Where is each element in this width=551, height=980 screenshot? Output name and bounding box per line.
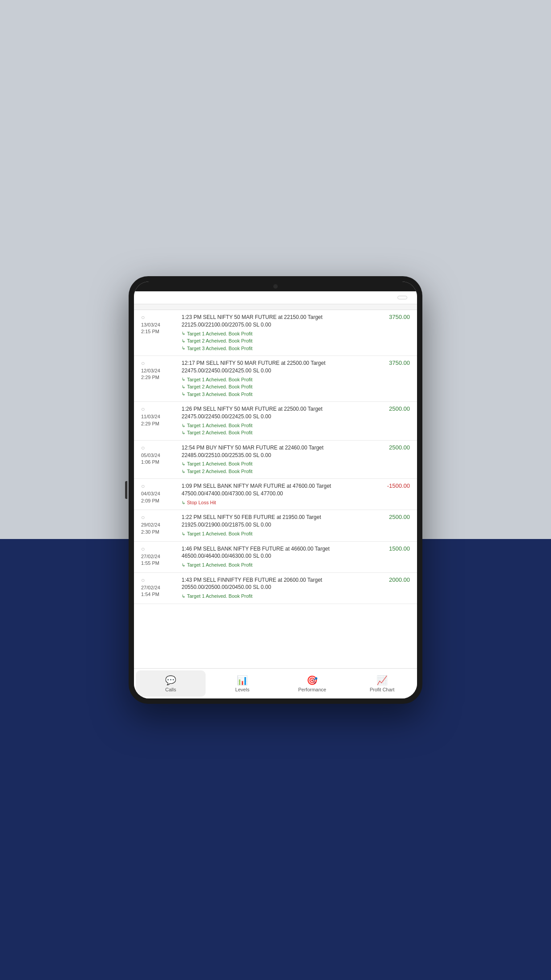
nav-item-calls[interactable]: 💬 Calls [136,670,206,697]
target-text: Target 2 Acheived. Book Profit [187,468,252,475]
target-text: Target 1 Acheived. Book Profit [187,376,252,384]
nav-item-performance[interactable]: 🎯 Performance [277,669,347,698]
target-achieved: ↳ Target 2 Acheived. Book Profit [182,337,372,345]
trade-main-text: 1:09 PM SELL BANK NIFTY MAR FUTURE at 47… [182,482,372,498]
trade-targets: ↳ Target 1 Acheived. Book Profit ↳ Targe… [182,330,372,352]
comment-icon[interactable]: ○ [141,576,145,584]
target-text: Target 2 Acheived. Book Profit [187,337,252,345]
target-achieved: ↳ Target 1 Acheived. Book Profit [182,330,372,338]
levels-icon: 📊 [237,675,248,686]
trade-targets: ↳ Stop Loss Hit [182,499,372,506]
table-row: ○ 13/03/242:15 PM 1:23 PM SELL NIFTY 50 … [134,310,417,356]
nav-item-profit-chart[interactable]: 📈 Profit Chart [347,669,417,698]
table-row: ○ 27/02/241:54 PM 1:43 PM SELL FINNIFTY … [134,573,417,604]
trade-details: 1:23 PM SELL NIFTY 50 MAR FUTURE at 2215… [179,314,374,352]
table-row: ○ 11/03/242:29 PM 1:26 PM SELL NIFTY 50 … [134,402,417,441]
performance-label: Performance [298,687,326,692]
target-text: Target 1 Acheived. Book Profit [187,561,252,569]
target-achieved: ↳ Target 3 Acheived. Book Profit [182,391,372,398]
target-text: Target 2 Acheived. Book Profit [187,383,252,391]
trade-details: 12:17 PM SELL NIFTY 50 MAR FUTURE at 225… [179,359,374,398]
table-row: ○ 05/03/241:06 PM 12:54 PM BUY NIFTY 50 … [134,441,417,479]
comment-icon[interactable]: ○ [141,405,145,412]
trade-targets: ↳ Target 1 Acheived. Book Profit [182,530,372,538]
trade-details: 1:46 PM SELL BANK NIFTY FEB FUTURE at 46… [179,545,374,569]
target-arrow-icon: ↳ [182,562,185,568]
trade-details: 1:26 PM SELL NIFTY 50 MAR FUTURE at 2250… [179,405,374,437]
stoploss-text: Stop Loss Hit [187,499,216,506]
trade-details: 12:54 PM BUY NIFTY 50 MAR FUTURE at 2246… [179,444,374,475]
trades-list[interactable]: ○ 13/03/242:15 PM 1:23 PM SELL NIFTY 50 … [134,310,417,668]
app-header [134,291,417,304]
target-text: Target 1 Acheived. Book Profit [187,592,252,600]
trade-main-text: 1:26 PM SELL NIFTY 50 MAR FUTURE at 2250… [182,405,372,421]
stoploss-arrow-icon: ↳ [182,499,185,506]
trade-main-text: 1:43 PM SELL FINNIFTY FEB FUTURE at 2060… [182,576,372,592]
trade-cash-value: 2500.00 [374,444,410,451]
trade-main-text: 12:54 PM BUY NIFTY 50 MAR FUTURE at 2246… [182,444,372,459]
table-header [134,304,417,310]
target-text: Target 1 Acheived. Book Profit [187,530,252,538]
bottom-navigation: 💬 Calls 📊 Levels 🎯 Performance 📈 Profit … [134,668,417,698]
target-achieved: ↳ Target 2 Acheived. Book Profit [182,429,372,437]
target-arrow-icon: ↳ [182,531,185,537]
tablet-device: ○ 13/03/242:15 PM 1:23 PM SELL NIFTY 50 … [129,276,422,704]
comment-icon[interactable]: ○ [141,482,145,490]
comment-icon[interactable]: ○ [141,545,145,552]
trade-date: 13/03/242:15 PM [141,322,160,335]
trade-targets: ↳ Target 1 Acheived. Book Profit ↳ Targe… [182,376,372,398]
levels-label: Levels [235,687,250,692]
target-text: Target 3 Acheived. Book Profit [187,391,252,398]
comment-icon[interactable]: ○ [141,514,145,521]
trade-main-text: 1:23 PM SELL NIFTY 50 MAR FUTURE at 2215… [182,314,372,329]
trade-cash-value: 2500.00 [374,514,410,520]
trade-cash-value: 1500.00 [374,545,410,552]
target-achieved: ↳ Target 3 Acheived. Book Profit [182,345,372,352]
target-arrow-icon: ↳ [182,338,185,344]
trade-details: 1:22 PM SELL NIFTY 50 FEB FUTURE at 2195… [179,514,374,537]
exchange-selector[interactable] [397,296,407,299]
side-button [125,481,127,499]
camera [273,284,278,289]
target-arrow-icon: ↳ [182,391,185,397]
comment-icon[interactable]: ○ [141,444,145,451]
comment-icon[interactable]: ○ [141,359,145,367]
comment-icon[interactable]: ○ [141,314,145,321]
target-text: Target 1 Acheived. Book Profit [187,460,252,468]
calls-icon: 💬 [165,675,176,686]
trade-date-col: ○ 29/02/242:30 PM [141,514,179,535]
trade-cash-value: 3750.00 [374,314,410,320]
stop-loss: ↳ Stop Loss Hit [182,499,372,506]
target-text: Target 1 Acheived. Book Profit [187,422,252,429]
trade-cash-value: 2000.00 [374,576,410,583]
nav-item-levels[interactable]: 📊 Levels [207,669,277,698]
target-achieved: ↳ Target 1 Acheived. Book Profit [182,530,372,538]
profit-chart-icon: 📈 [377,675,388,686]
target-arrow-icon: ↳ [182,384,185,390]
trade-details: 1:43 PM SELL FINNIFTY FEB FUTURE at 2060… [179,576,374,600]
performance-icon: 🎯 [307,675,318,686]
calls-label: Calls [165,687,176,692]
trade-main-text: 1:46 PM SELL BANK NIFTY FEB FUTURE at 46… [182,545,372,560]
target-arrow-icon: ↳ [182,376,185,383]
target-text: Target 3 Acheived. Book Profit [187,345,252,352]
table-row: ○ 12/03/242:29 PM 12:17 PM SELL NIFTY 50… [134,356,417,402]
target-achieved: ↳ Target 1 Acheived. Book Profit [182,561,372,569]
trade-date: 11/03/242:29 PM [141,413,160,427]
trade-targets: ↳ Target 1 Acheived. Book Profit ↳ Targe… [182,422,372,437]
header-right [397,296,410,299]
trade-date: 12/03/242:29 PM [141,368,160,381]
trade-date-col: ○ 27/02/241:55 PM [141,545,179,567]
trade-targets: ↳ Target 1 Acheived. Book Profit [182,592,372,600]
trade-cash-value: 2500.00 [374,405,410,412]
trade-main-text: 12:17 PM SELL NIFTY 50 MAR FUTURE at 225… [182,359,372,375]
trade-date-col: ○ 12/03/242:29 PM [141,359,179,381]
trade-date-col: ○ 04/03/242:09 PM [141,482,179,504]
target-achieved: ↳ Target 1 Acheived. Book Profit [182,592,372,600]
target-achieved: ↳ Target 1 Acheived. Book Profit [182,376,372,384]
target-arrow-icon: ↳ [182,461,185,467]
trade-cash-value: -1500.00 [374,482,410,489]
trade-details: 1:09 PM SELL BANK NIFTY MAR FUTURE at 47… [179,482,374,506]
trade-date: 29/02/242:30 PM [141,522,160,535]
table-row: ○ 27/02/241:55 PM 1:46 PM SELL BANK NIFT… [134,542,417,573]
